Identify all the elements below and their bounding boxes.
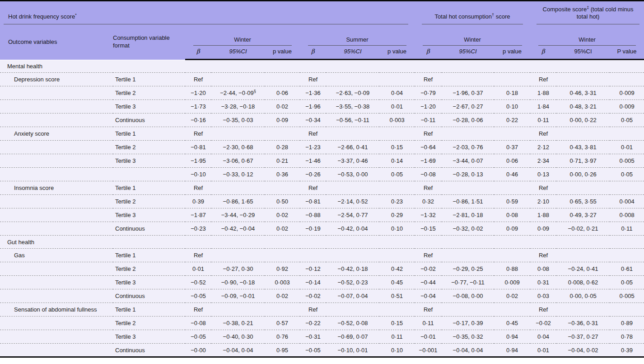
value-cell: −0·22: [300, 317, 326, 330]
value-cell: Ref: [300, 127, 326, 141]
value-cell: Ref: [530, 249, 556, 262]
value-cell: [556, 249, 610, 262]
value-cell: −0·02: [300, 289, 326, 303]
value-cell: −0·001: [415, 344, 442, 357]
value-cell: −0·52, 0·08: [326, 317, 379, 330]
value-cell: [494, 249, 530, 262]
value-cell: 0·59: [494, 195, 530, 208]
value-cell: −0·77, −0·11: [442, 276, 494, 289]
value-cell: −0·04, 0·04: [442, 344, 494, 357]
season-header-winter-2: Winter: [415, 24, 530, 46]
value-cell: [379, 73, 415, 86]
footnote-marker-section: §: [254, 89, 256, 94]
column-header-p: p value: [265, 46, 300, 60]
value-cell: 0·05: [379, 168, 415, 181]
table-body: Mental healthDepression scoreTertile 1Re…: [0, 60, 644, 357]
value-cell: −2·66, 0·41: [326, 141, 379, 154]
value-cell: Ref: [530, 303, 556, 317]
table-row: GasTertile 1RefRefRef: [0, 249, 644, 262]
value-cell: Ref: [415, 127, 442, 141]
consumption-format-cell: Tertile 2: [113, 141, 185, 154]
value-cell: 0·11: [415, 317, 442, 330]
value-cell: 0·008: [610, 208, 644, 222]
value-cell: 0·57: [265, 317, 300, 330]
value-cell: −3·44, −0·29: [211, 208, 265, 222]
value-cell: −0·81: [185, 141, 211, 154]
table-row: Continuous−0·23−0·42, −0·040·02−0·19−0·4…: [0, 222, 644, 236]
value-cell: 0·09: [494, 222, 530, 236]
value-cell: −0·09, −0·01: [211, 289, 265, 303]
column-header-outcome-variables: Outcome variables: [0, 24, 113, 60]
value-cell: −2·03, 0·76: [442, 141, 494, 154]
column-header-p: P value: [610, 46, 644, 60]
outcome-variable-cell: [0, 330, 113, 344]
value-cell: 0·01: [379, 100, 415, 113]
column-header-beta: β: [415, 46, 442, 60]
value-cell: −0·32, 0·02: [442, 222, 494, 236]
value-cell: −2·44, −0·09§: [211, 86, 265, 100]
section-row: Mental health: [0, 60, 644, 73]
consumption-format-cell: Tertile 3: [113, 276, 185, 289]
group-label: Hot drink frequency score: [8, 13, 75, 20]
value-cell: [442, 181, 494, 195]
consumption-format-cell: Continuous: [113, 289, 185, 303]
column-header-ci: 95%CI: [326, 46, 379, 60]
section-row: Gut health: [0, 236, 644, 249]
consumption-format-cell: Tertile 1: [113, 127, 185, 141]
value-cell: 0·02: [265, 222, 300, 236]
outcome-variable-cell: Insomnia score: [0, 181, 113, 195]
value-cell: 1·88: [530, 86, 556, 100]
value-cell: [379, 303, 415, 317]
value-cell: Ref: [415, 73, 442, 86]
value-cell: 0·89: [610, 317, 644, 330]
table-row: Tertile 2−0·81−2·30, 0·680·28−1·23−2·66,…: [0, 141, 644, 154]
outcome-variable-cell: Sensation of abdominal fullness: [0, 303, 113, 317]
value-cell: −0·05: [300, 344, 326, 357]
value-cell: 0·01: [530, 344, 556, 357]
value-cell: 0·46: [494, 168, 530, 181]
value-cell: 0·04: [379, 86, 415, 100]
value-cell: −0·29, 0·25: [442, 262, 494, 276]
value-cell: −0·01: [415, 330, 442, 344]
group-label: Total hot consumption: [435, 13, 492, 20]
table-row: Tertile 3−0·52−0·90, −0·180·003−0·14−0·5…: [0, 276, 644, 289]
value-cell: −0·07, 0·04: [326, 289, 379, 303]
value-cell: [326, 73, 379, 86]
outcome-variable-cell: [0, 289, 113, 303]
column-header-p: p value: [379, 46, 415, 60]
value-cell: 2·34: [530, 154, 556, 168]
value-cell: 0·00, 0·22: [556, 113, 610, 127]
value-cell: 0·009: [494, 276, 530, 289]
value-cell: −2·63, −0·09: [326, 86, 379, 100]
value-cell: −0·05: [185, 289, 211, 303]
value-cell: [326, 181, 379, 195]
value-cell: 0·28: [265, 141, 300, 154]
value-cell: −1·96: [300, 100, 326, 113]
value-cell: [300, 249, 326, 262]
value-cell: 0·11: [379, 330, 415, 344]
value-cell: [556, 127, 610, 141]
value-cell: −0·42, −0·04: [211, 222, 265, 236]
value-cell: −1·46: [300, 154, 326, 168]
value-cell: −0·08: [185, 317, 211, 330]
table-row: Tertile 3−1·73−3·28, −0·180·02−1·96−3·55…: [0, 100, 644, 113]
value-cell: −1·23: [300, 141, 326, 154]
value-cell: 0·11: [530, 113, 556, 127]
value-cell: 0·31: [530, 276, 556, 289]
value-cell: 1·88: [530, 208, 556, 222]
group-header-composite-score: Composite score‡ (total cold minus total…: [530, 1, 644, 24]
value-cell: −2·67, 0·27: [442, 100, 494, 113]
value-cell: 0·008, 0·62: [556, 276, 610, 289]
value-cell: 0·10: [494, 100, 530, 113]
outcome-variable-cell: [0, 168, 113, 181]
value-cell: [494, 127, 530, 141]
value-cell: 0·65, 3·55: [556, 195, 610, 208]
value-cell: −0·02: [530, 317, 556, 330]
value-cell: 0·10: [379, 344, 415, 357]
consumption-format-cell: Continuous: [113, 222, 185, 236]
results-table: Hot drink frequency score* Total hot con…: [0, 0, 644, 358]
value-cell: −0·42, 0·18: [326, 262, 379, 276]
value-cell: −1·87: [185, 208, 211, 222]
value-cell: −0·02, 0·21: [556, 222, 610, 236]
table-row: Sensation of abdominal fullnessTertile 1…: [0, 303, 644, 317]
